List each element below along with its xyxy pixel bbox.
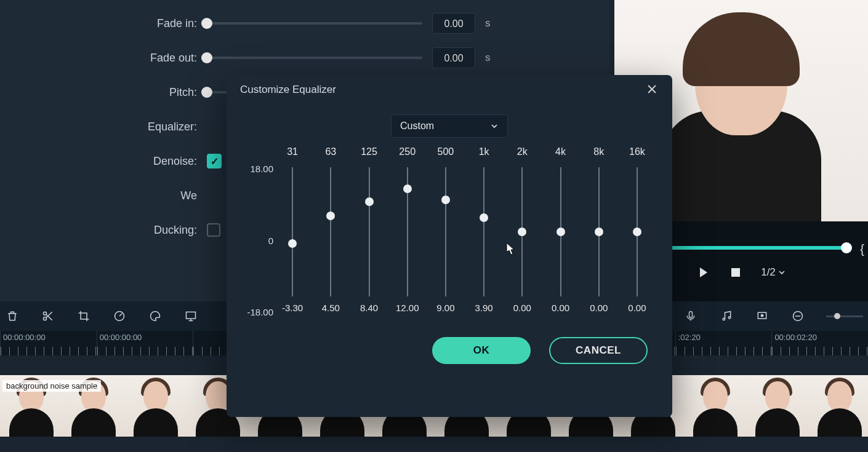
- value-field[interactable]: 0.00: [432, 13, 475, 34]
- eq-preset-select[interactable]: Custom: [391, 114, 508, 138]
- music-note-icon[interactable]: [719, 309, 734, 323]
- checkbox-checked-icon[interactable]: ✓: [207, 154, 222, 169]
- eq-band: 2k0.00: [503, 146, 541, 317]
- svg-point-7: [728, 317, 730, 319]
- band-freq-label: 2k: [517, 146, 528, 165]
- ruler-segment: 00:00:02:20: [771, 331, 868, 355]
- band-slider[interactable]: [637, 167, 638, 296]
- eq-preset-label: Custom: [400, 121, 434, 132]
- slider-thumb[interactable]: [201, 52, 212, 63]
- zoom-out-icon[interactable]: [790, 309, 805, 323]
- slider[interactable]: [207, 22, 422, 25]
- close-icon[interactable]: [646, 84, 659, 96]
- band-slider-thumb[interactable]: [288, 239, 297, 248]
- band-slider-thumb[interactable]: [557, 228, 565, 236]
- band-slider[interactable]: [521, 167, 523, 296]
- audio-label: Equalizer:: [25, 121, 197, 133]
- clip-thumbnail[interactable]: [808, 375, 868, 437]
- band-freq-label: 500: [438, 146, 454, 165]
- scissors-icon[interactable]: [41, 309, 55, 323]
- eq-band: 1k3.90: [465, 146, 503, 317]
- audio-row: Fade out:0.00s: [25, 41, 585, 75]
- band-value: 0.00: [513, 303, 531, 317]
- marker-icon[interactable]: [755, 309, 770, 323]
- band-slider[interactable]: [330, 167, 331, 296]
- svg-point-9: [761, 315, 763, 317]
- band-slider[interactable]: [369, 167, 370, 296]
- band-value: -3.30: [282, 303, 303, 317]
- band-slider[interactable]: [598, 167, 600, 296]
- ok-button[interactable]: OK: [432, 337, 531, 364]
- band-slider[interactable]: [483, 167, 484, 296]
- clip-thumbnail[interactable]: [684, 375, 746, 437]
- band-value: 4.50: [322, 303, 340, 317]
- band-freq-label: 8k: [593, 146, 604, 165]
- clip-thumbnail[interactable]: [124, 375, 187, 437]
- checkbox-icon[interactable]: [207, 223, 220, 237]
- band-slider[interactable]: [445, 167, 446, 296]
- band-slider-thumb[interactable]: [518, 228, 526, 236]
- band-freq-label: 4k: [555, 146, 566, 165]
- band-slider-thumb[interactable]: [633, 228, 641, 236]
- chevron-down-icon: [490, 122, 499, 130]
- eq-band: 5009.00: [427, 146, 465, 317]
- equalizer-dialog: Customize Equalizer Custom 18.00 0 -18.0…: [227, 75, 672, 417]
- band-slider[interactable]: [560, 167, 561, 296]
- band-freq-label: 63: [325, 146, 336, 165]
- zoom-slider[interactable]: [826, 309, 863, 323]
- audio-label: We: [25, 189, 197, 202]
- band-slider-thumb[interactable]: [365, 197, 374, 206]
- eq-band: 634.50: [311, 146, 350, 317]
- palette-icon[interactable]: [148, 309, 163, 323]
- band-slider-thumb[interactable]: [403, 184, 412, 193]
- stop-button[interactable]: [729, 266, 742, 279]
- band-value: 12.00: [396, 303, 419, 317]
- svg-point-6: [723, 318, 725, 320]
- band-slider-thumb[interactable]: [441, 196, 450, 204]
- trash-icon[interactable]: [5, 309, 20, 323]
- audio-label: Pitch:: [25, 86, 197, 99]
- band-freq-label: 16k: [629, 146, 645, 165]
- ruler-segment: :02:20: [675, 331, 772, 355]
- audio-label: Fade in:: [25, 17, 197, 30]
- clip-thumbnail[interactable]: [746, 375, 808, 437]
- play-button[interactable]: [697, 266, 710, 279]
- eq-band: 8k0.00: [580, 146, 618, 317]
- audio-label: Denoise:: [25, 155, 197, 168]
- eq-band: 4k0.00: [541, 146, 579, 317]
- value-field[interactable]: 0.00: [432, 47, 475, 68]
- band-value: 0.00: [590, 303, 608, 317]
- band-slider-thumb[interactable]: [480, 213, 488, 222]
- band-slider-thumb[interactable]: [326, 212, 335, 220]
- brace-icon: {: [860, 242, 864, 256]
- band-value: 8.40: [360, 303, 378, 317]
- band-slider[interactable]: [407, 167, 408, 296]
- slider-thumb[interactable]: [201, 87, 212, 98]
- slider-thumb[interactable]: [201, 18, 212, 29]
- mic-icon[interactable]: [683, 309, 698, 323]
- slider[interactable]: [207, 57, 422, 59]
- svg-point-1: [44, 312, 47, 315]
- dialog-title: Customize Equalizer: [240, 84, 336, 96]
- band-value: 0.00: [628, 303, 646, 317]
- eq-band: 25012.00: [388, 146, 427, 317]
- eq-band: 31-3.30: [273, 146, 311, 317]
- band-freq-label: 250: [399, 146, 416, 165]
- screen-icon[interactable]: [183, 309, 198, 323]
- band-freq-label: 125: [361, 146, 377, 165]
- audio-row: Fade in:0.00s: [25, 6, 585, 41]
- eq-band: 16k0.00: [618, 146, 656, 317]
- audio-label: Fade out:: [25, 52, 197, 65]
- band-slider[interactable]: [292, 167, 293, 296]
- band-slider-thumb[interactable]: [595, 228, 603, 236]
- band-freq-label: 1k: [479, 146, 489, 165]
- svg-rect-0: [731, 268, 740, 277]
- svg-rect-4: [187, 312, 196, 319]
- svg-rect-5: [689, 312, 693, 318]
- ruler-segment: 00:00:00:00: [97, 331, 193, 355]
- clip-label: background noise sample: [2, 380, 101, 392]
- crop-icon[interactable]: [76, 309, 91, 323]
- playback-speed[interactable]: 1/2: [761, 266, 786, 279]
- cancel-button[interactable]: CANCEL: [549, 337, 648, 364]
- speedometer-icon[interactable]: [112, 309, 127, 323]
